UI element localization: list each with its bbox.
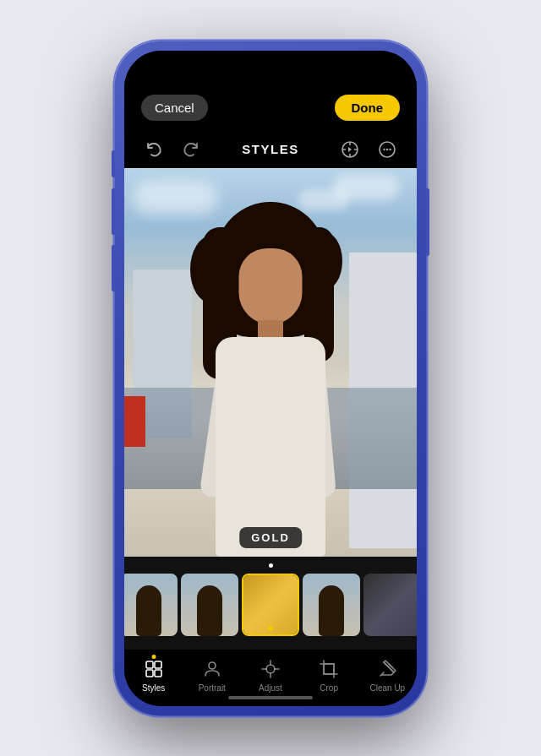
svg-marker-20 — [384, 661, 396, 672]
crop-icon — [318, 658, 340, 680]
auto-enhance-button[interactable] — [337, 137, 363, 162]
filter-name-label: GOLD — [239, 527, 302, 548]
nav-item-portrait[interactable]: Portrait — [189, 658, 235, 693]
nav-item-adjust[interactable]: Adjust — [247, 658, 293, 693]
adjust-label: Adjust — [259, 683, 282, 693]
filter-thumb-2-preview — [124, 574, 178, 636]
filter-strip — [124, 557, 417, 650]
svg-point-7 — [386, 148, 388, 150]
toolbar-left — [141, 137, 204, 162]
phone-screen: Cancel Done — [124, 51, 417, 706]
crop-label: Crop — [320, 683, 338, 693]
filter-thumb-3-preview — [181, 574, 238, 636]
cancel-button[interactable]: Cancel — [141, 95, 208, 121]
phone-body: Cancel Done — [114, 41, 427, 716]
cleanup-icon — [376, 658, 398, 680]
active-filter-dot — [268, 626, 273, 631]
dynamic-island — [224, 61, 317, 88]
portrait-icon — [201, 658, 223, 680]
filter-thumb-5[interactable] — [303, 574, 360, 636]
styles-label: Styles — [142, 683, 165, 693]
nav-item-cleanup[interactable]: Clean Up — [364, 658, 411, 693]
body-shirt — [216, 337, 325, 557]
home-indicator — [228, 696, 313, 699]
silent-button — [112, 150, 115, 177]
volume-down-button — [112, 245, 115, 291]
power-button — [426, 188, 429, 256]
svg-point-14 — [266, 665, 275, 673]
filter-thumbnails[interactable] — [124, 571, 417, 639]
filter-thumb-gold-active[interactable] — [242, 574, 299, 636]
photo-area: GOLD — [124, 168, 417, 557]
filter-thumb-5-preview — [303, 574, 360, 636]
person-subject — [203, 202, 338, 557]
undo-button[interactable] — [141, 137, 167, 162]
filter-thumb-2[interactable] — [124, 574, 178, 636]
toolbar-row: STYLES — [124, 131, 417, 168]
svg-point-8 — [389, 148, 391, 150]
face — [239, 248, 303, 324]
portrait-label: Portrait — [199, 683, 226, 693]
adjust-icon — [260, 658, 281, 680]
svg-point-6 — [383, 148, 385, 150]
svg-rect-10 — [155, 661, 161, 668]
redo-button[interactable] — [178, 137, 204, 162]
toolbar-title: STYLES — [242, 142, 298, 156]
volume-up-button — [112, 188, 115, 235]
filter-thumb-3[interactable] — [181, 574, 238, 636]
cleanup-label: Clean Up — [369, 683, 405, 693]
phone-device: Cancel Done — [114, 41, 427, 716]
svg-point-13 — [209, 662, 216, 669]
done-button[interactable]: Done — [335, 95, 401, 121]
toolbar-right — [337, 137, 400, 162]
svg-rect-11 — [146, 670, 153, 677]
svg-rect-12 — [155, 670, 161, 677]
styles-icon — [143, 658, 165, 680]
filter-thumb-6-preview — [363, 574, 417, 636]
filter-indicator-dot — [269, 563, 273, 568]
photo-background: GOLD — [124, 168, 417, 557]
filter-thumb-6[interactable] — [363, 574, 417, 636]
more-options-button[interactable] — [374, 137, 400, 162]
svg-rect-9 — [146, 661, 153, 668]
red-element — [124, 396, 145, 447]
svg-rect-19 — [324, 664, 334, 674]
nav-item-crop[interactable]: Crop — [306, 658, 352, 693]
nav-item-styles[interactable]: Styles — [130, 658, 177, 693]
